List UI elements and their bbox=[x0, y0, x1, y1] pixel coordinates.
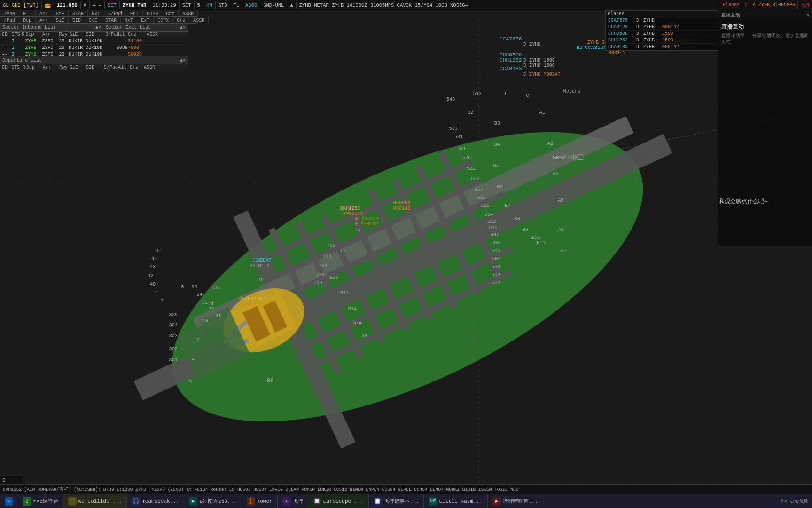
svg-text:CCA3120: CCA3120 bbox=[585, 45, 607, 50]
sep-display: — — bbox=[90, 1, 105, 9]
tab2-star[interactable]: STAR bbox=[102, 17, 121, 23]
we-collide-icon: 🎵 bbox=[68, 497, 77, 506]
littlenavmap-label: Little Navm... bbox=[439, 499, 482, 504]
svg-text:D  ZYHB 1500: D ZYHB 1500 bbox=[523, 63, 555, 68]
aircraft-row[interactable]: CCA8183 D ZYHB M0014? bbox=[606, 44, 718, 50]
svg-text:B12: B12 bbox=[329, 275, 338, 280]
aircraft-row[interactable]: CCA7676 D ZYHB bbox=[606, 17, 718, 24]
start-button[interactable]: ⊞ bbox=[0, 494, 18, 508]
live-panel-close[interactable]: ✕ bbox=[806, 12, 809, 18]
svg-text:504: 504 bbox=[492, 256, 500, 262]
tab-copn[interactable]: COPN bbox=[143, 10, 162, 16]
nav-mode-display: GND-UNL bbox=[260, 1, 287, 9]
tab2-sie[interactable]: SiE bbox=[52, 17, 69, 23]
aircraft-row[interactable]: CCA3120 D ZYHB M0014? bbox=[606, 24, 718, 31]
taskbar-mx6[interactable]: 🎚 MX6调音台 bbox=[18, 494, 63, 508]
tab-ste[interactable]: StE bbox=[52, 10, 69, 16]
tab2-dep[interactable]: Dep bbox=[19, 17, 36, 23]
taskbar-euroscope[interactable]: 🔲 EuroScope ... bbox=[308, 494, 369, 508]
svg-text:CHH1262: CHH1262 bbox=[500, 57, 522, 63]
taskbar: ⊞ 🎚 MX6调音台 🎵 We Collide ... 🎧 TeamSpeak.… bbox=[0, 494, 812, 508]
departure-title: Departure List bbox=[2, 58, 42, 63]
svg-text:543: 543 bbox=[446, 97, 455, 102]
command-input[interactable] bbox=[0, 476, 23, 484]
cell-rwy: 23 bbox=[58, 39, 68, 44]
svg-text:32: 32 bbox=[208, 307, 214, 312]
tab2-sid[interactable]: SID bbox=[69, 17, 85, 23]
aircraft-row[interactable]: CHH1262 D ZYHB 1500 bbox=[606, 37, 718, 44]
exit-table-row[interactable]: S1100 bbox=[103, 38, 188, 45]
tab-crz[interactable]: Crz bbox=[162, 10, 179, 16]
tab-type[interactable]: Type bbox=[0, 10, 19, 16]
svg-text:B3: B3 bbox=[494, 121, 500, 126]
svg-text:⊕ CS5427: ⊕ CS5427 bbox=[355, 216, 379, 222]
tab2-crz[interactable]: Crz bbox=[173, 17, 189, 23]
taskbar-bili-live[interactable]: ▶ 哔哩哔哩直... bbox=[488, 494, 543, 508]
sector-exit-close[interactable]: ▲✕ bbox=[180, 24, 186, 30]
taskbar-we-collide[interactable]: 🎵 We Collide ... bbox=[63, 494, 127, 508]
aircraft-list-header: Planes bbox=[606, 11, 718, 17]
status-text: DKH1252 (AIR JUNEYAO/吉祥) (Xu:ZSNB): B789… bbox=[3, 486, 518, 492]
departure-close[interactable]: ▲✕ bbox=[180, 57, 186, 63]
taskbar-flightnotebook[interactable]: 📋 飞行记事本... bbox=[369, 494, 424, 508]
svg-text:CCA7: CCA7 bbox=[260, 258, 271, 263]
svg-text:303: 303 bbox=[169, 333, 178, 339]
tab-nxt[interactable]: NxT bbox=[88, 10, 104, 16]
tab-rdep[interactable]: R Dep bbox=[19, 10, 36, 16]
tab2-copx[interactable]: COPX bbox=[154, 17, 173, 23]
tab2-ext[interactable]: ExT bbox=[137, 17, 154, 23]
taskbar-littlenavmap[interactable]: 🗺 Little Navm... bbox=[424, 494, 487, 508]
svg-text:543: 543 bbox=[473, 91, 481, 96]
airport-diagram: CCA7676 D ZYHB CCA3120 M0014? CHH0508 D … bbox=[0, 10, 812, 494]
tab-ent[interactable]: EnT bbox=[126, 10, 143, 16]
svg-text:HH0508: HH0508 bbox=[393, 200, 411, 206]
tab-assr[interactable]: ASSR bbox=[179, 10, 198, 16]
mx6-label: MX6调音台 bbox=[33, 498, 58, 505]
bilibili-label: B站南方253... bbox=[199, 498, 236, 505]
metar-display: ZYHB METAR ZYHB 141000Z 31005MPS CAVOK 1… bbox=[297, 1, 471, 9]
svg-text:B2: B2 bbox=[577, 45, 582, 50]
planes-label: Planes bbox=[720, 1, 742, 8]
svg-text:507: 507 bbox=[491, 232, 499, 238]
tab2-spad[interactable]: /Pad bbox=[0, 17, 19, 23]
cell-sts: I bbox=[11, 39, 21, 44]
svg-text:34: 34 bbox=[196, 292, 202, 297]
svg-text:+  M0014?: + M0014? bbox=[355, 222, 378, 227]
departure-header: Departure List ▲✕ bbox=[0, 56, 188, 64]
taskbar-flight[interactable]: ✈ 飞行 bbox=[278, 494, 308, 508]
table-row[interactable]: -- I ZYHB ZSPD 23 DUKIR DUK19D bbox=[0, 38, 103, 45]
taskbar-tower[interactable]: 🗼 Tower bbox=[242, 494, 278, 508]
svg-text:D  ZYHB 1500: D ZYHB 1500 bbox=[523, 58, 555, 63]
aircraft-row[interactable]: CHH0508 D ZYHB 1500 bbox=[606, 31, 718, 37]
col-dep: Dep bbox=[25, 32, 41, 37]
sector-inbound-header: Sector Inbound List ▲✕ bbox=[0, 24, 103, 32]
tab-spad[interactable]: S/Pad bbox=[104, 10, 126, 16]
taskbar-teamspeak[interactable]: 🎧 TeamSpeak... bbox=[127, 494, 184, 508]
teamspeak-label: TeamSpeak... bbox=[142, 499, 179, 504]
aircraft-list-panel: Planes CCA7676 D ZYHB CCA3120 D ZYHB M00… bbox=[605, 10, 718, 51]
table-row[interactable]: -- I ZYHB ZSPD 23 DUKIR DUK19D bbox=[0, 45, 103, 51]
cpu-value: 8% bbox=[781, 499, 787, 504]
tab2-assr[interactable]: ASSR bbox=[189, 17, 209, 23]
tab2-ste[interactable]: StE bbox=[85, 17, 102, 23]
time-display: 11:33:29 bbox=[149, 1, 179, 9]
svg-text:704: 704 bbox=[319, 263, 328, 269]
tab-star[interactable]: STAR bbox=[69, 10, 88, 16]
sector-inbound-close[interactable]: ▲✕ bbox=[95, 24, 101, 30]
svg-text:533: 533 bbox=[449, 126, 458, 131]
departure-panel: Departure List ▲✕ CD STS R Dep Arr Rwy S… bbox=[0, 56, 188, 71]
taskbar-bilibili[interactable]: ▶ B站南方253... bbox=[184, 494, 242, 508]
svg-text:B6: B6 bbox=[497, 184, 502, 190]
exit-table-row[interactable]: S0980 7000 bbox=[103, 45, 188, 51]
svg-text:C4: C4 bbox=[207, 301, 214, 307]
cell-cd: -- bbox=[1, 39, 11, 44]
frequency-display: 121.850 bbox=[54, 1, 81, 9]
radar-display[interactable]: CCA7676 D ZYHB CCA3120 M0014? CHH0508 D … bbox=[0, 10, 812, 494]
littlenavmap-icon: 🗺 bbox=[429, 497, 437, 506]
fl-display: 5 bbox=[195, 1, 203, 9]
tab-arr[interactable]: Arr bbox=[36, 10, 52, 16]
tab2-nxt[interactable]: NxT bbox=[121, 17, 137, 23]
svg-text:B15: B15 bbox=[353, 322, 362, 327]
tab2-arr[interactable]: Arr bbox=[36, 17, 52, 23]
svg-text:7♦M0014?: 7♦M0014? bbox=[340, 211, 363, 216]
